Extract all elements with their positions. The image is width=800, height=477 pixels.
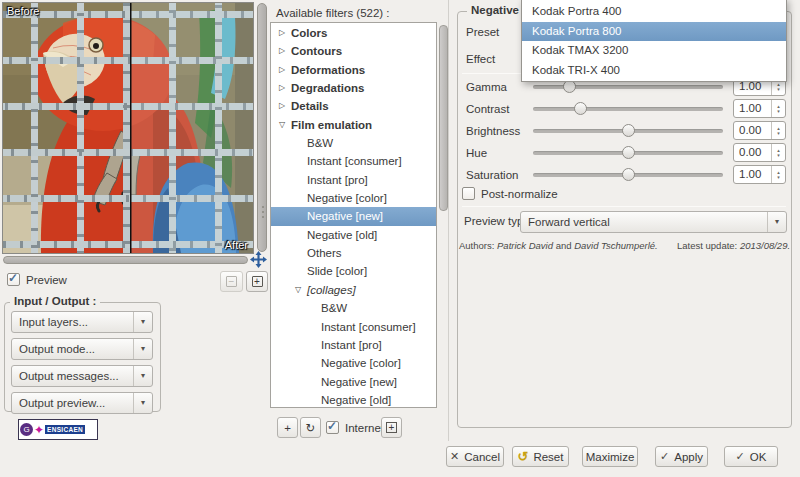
brightness-slider[interactable] xyxy=(533,129,723,133)
filter-item-slide-color[interactable]: Slide [color] xyxy=(271,262,436,280)
preview-checkbox[interactable]: ✓ xyxy=(7,273,20,286)
effect-label: Effect xyxy=(466,53,495,65)
add-fave-button[interactable]: + xyxy=(277,417,298,438)
expand-icon[interactable]: ▷ xyxy=(279,24,285,42)
hue-spinbox[interactable]: 0.00▴▾ xyxy=(733,143,786,162)
plus-icon: + xyxy=(284,422,291,434)
refresh-filters-button[interactable]: ↻ xyxy=(300,417,321,438)
expand-icon[interactable]: ▷ xyxy=(279,61,285,79)
filter-item-negative-color[interactable]: Negative [color] xyxy=(271,189,436,207)
internet-checkbox[interactable]: ✓ xyxy=(326,421,339,434)
ensicaen-logo-text: ENSICAEN xyxy=(45,425,85,434)
contrast-value: 1.00 xyxy=(739,100,761,117)
brightness-slider-row: Brightness0.00▴▾ xyxy=(458,120,792,142)
filter-item-details[interactable]: ▷Details xyxy=(271,97,436,115)
contrast-slider[interactable] xyxy=(533,107,723,111)
brightness-slider-thumb[interactable] xyxy=(622,124,635,137)
filter-item-label: [collages] xyxy=(307,281,356,299)
preset-option-kodak-portra-400[interactable]: Kodak Portra 400 xyxy=(522,2,786,22)
filter-item-negative-old[interactable]: Negative [old] xyxy=(271,226,436,244)
filter-item-colors[interactable]: ▷Colors xyxy=(271,24,436,42)
expand-panel-button[interactable]: + xyxy=(381,417,402,438)
expand-icon[interactable]: ▷ xyxy=(279,97,285,115)
refresh-icon: ↻ xyxy=(306,421,316,435)
preset-option-kodak-portra-800[interactable]: Kodak Portra 800 xyxy=(522,22,786,42)
filter-item-instant-consumer[interactable]: Instant [consumer] xyxy=(271,318,436,336)
filter-item-label: Negative [old] xyxy=(321,391,391,408)
collapse-icon[interactable]: ▽ xyxy=(279,116,285,134)
reset-icon: ↺ xyxy=(518,449,529,464)
preview-pan-icon[interactable] xyxy=(250,251,267,268)
contrast-spinbox[interactable]: 1.00▴▾ xyxy=(733,99,786,118)
io-dropdowns: Input layers...▾Output mode...▾Output me… xyxy=(11,311,153,419)
filter-item-instant-pro[interactable]: Instant [pro] xyxy=(271,336,436,354)
maximize-button[interactable]: Maximize xyxy=(582,446,638,467)
brightness-spinbox[interactable]: 0.00▴▾ xyxy=(733,121,786,140)
ok-button[interactable]: ✓OK xyxy=(724,446,778,467)
ok-icon: ✓ xyxy=(736,450,745,463)
reset-button[interactable]: ↺Reset xyxy=(512,446,569,467)
filter-item-film-emulation[interactable]: ▽Film emulation xyxy=(271,116,436,134)
apply-button[interactable]: ✓Apply xyxy=(655,446,708,467)
io-dropdown-output-preview[interactable]: Output preview...▾ xyxy=(11,392,153,414)
brightness-value: 0.00 xyxy=(739,122,761,139)
filter-item-contours[interactable]: ▷Contours xyxy=(271,42,436,60)
cancel-button[interactable]: ✕Cancel xyxy=(446,446,504,467)
filters-scrollbar[interactable] xyxy=(439,22,448,408)
preview-zoom-out-button[interactable]: − xyxy=(220,271,243,292)
preset-option-kodak-tmax-3200[interactable]: Kodak TMAX 3200 xyxy=(522,41,786,61)
post-normalize-checkbox[interactable] xyxy=(462,187,475,200)
preview-zoom-in-button[interactable]: + xyxy=(246,271,268,292)
left-pane-splitter[interactable] xyxy=(261,206,265,218)
saturation-spinbox[interactable]: 1.00▴▾ xyxy=(733,165,786,184)
gamma-slider[interactable] xyxy=(533,85,723,89)
filter-item-instant-pro[interactable]: Instant [pro] xyxy=(271,171,436,189)
filter-item-others[interactable]: Others xyxy=(271,244,436,262)
filter-item-collages[interactable]: ▽[collages] xyxy=(271,281,436,299)
chevron-down-icon: ▾ xyxy=(133,393,152,413)
collapse-icon[interactable]: ▽ xyxy=(295,281,301,299)
filter-item-negative-new[interactable]: Negative [new] xyxy=(271,373,436,391)
preview-horizontal-scrollbar[interactable] xyxy=(3,256,248,264)
author-name: Patrick David xyxy=(497,240,553,251)
spinner-arrows-icon[interactable]: ▴▾ xyxy=(771,122,785,139)
filter-item-label: Instant [pro] xyxy=(307,171,368,189)
filter-item-b-w[interactable]: B&W xyxy=(271,134,436,152)
saturation-slider[interactable] xyxy=(533,173,723,177)
filter-item-degradations[interactable]: ▷Degradations xyxy=(271,79,436,97)
saturation-slider-thumb[interactable] xyxy=(622,168,635,181)
parrot-preview-illustration xyxy=(3,3,253,253)
contrast-label: Contrast xyxy=(466,98,509,120)
maximize-button-label: Maximize xyxy=(586,451,635,463)
filter-item-b-w[interactable]: B&W xyxy=(271,299,436,317)
io-dropdown-input-layers[interactable]: Input layers...▾ xyxy=(11,311,153,333)
io-dropdown-output-mode[interactable]: Output mode...▾ xyxy=(11,338,153,360)
preview-image[interactable]: Before After xyxy=(2,2,254,254)
separator xyxy=(462,206,786,207)
filter-item-negative-old[interactable]: Negative [old] xyxy=(271,391,436,408)
expand-icon[interactable]: ▷ xyxy=(279,79,285,97)
update-date: 2013/08/29. xyxy=(740,240,790,251)
spinner-arrows-icon[interactable]: ▴▾ xyxy=(771,100,785,117)
post-normalize-label: Post-normalize xyxy=(481,188,558,200)
spinner-arrows-icon[interactable]: ▴▾ xyxy=(771,144,785,161)
filter-item-label: Details xyxy=(291,97,329,115)
preview-type-select[interactable]: Forward vertical ▾ xyxy=(520,211,787,233)
gmic-plugin-window: Before After ✓ Preview − + Input / Outpu… xyxy=(0,0,800,477)
authors-line: Authors: Patrick David and David Tschump… xyxy=(459,240,790,251)
hue-slider[interactable] xyxy=(533,151,723,155)
filter-item-deformations[interactable]: ▷Deformations xyxy=(271,61,436,79)
filter-item-label: Film emulation xyxy=(291,116,372,134)
io-dropdown-output-messages[interactable]: Output messages...▾ xyxy=(11,365,153,387)
preset-option-kodak-tri-x-400[interactable]: Kodak TRI-X 400 xyxy=(522,61,786,81)
check-icon: ✓ xyxy=(8,271,18,285)
hue-slider-thumb[interactable] xyxy=(622,146,635,159)
contrast-slider-thumb[interactable] xyxy=(574,102,587,115)
filter-item-negative-color[interactable]: Negative [color] xyxy=(271,354,436,372)
spinner-arrows-icon[interactable]: ▴▾ xyxy=(771,166,785,183)
filter-item-negative-new[interactable]: Negative [new] xyxy=(271,207,436,225)
after-label: After xyxy=(225,239,248,251)
filter-item-instant-consumer[interactable]: Instant [consumer] xyxy=(271,152,436,170)
ok-button-label: OK xyxy=(750,451,767,463)
expand-icon[interactable]: ▷ xyxy=(279,42,285,60)
